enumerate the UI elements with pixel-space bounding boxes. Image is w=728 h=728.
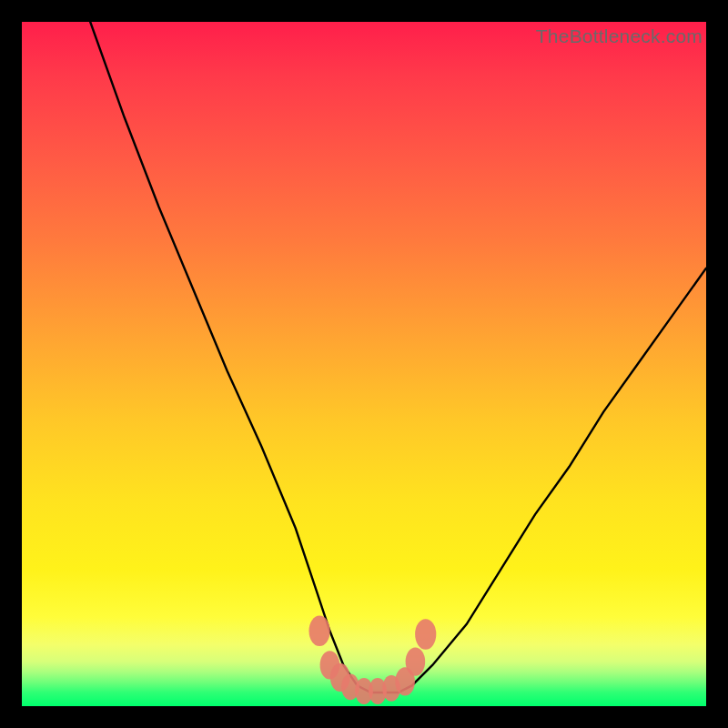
chart-frame: TheBottleneck.com (0, 0, 728, 728)
plot-area (22, 22, 706, 706)
watermark-text: TheBottleneck.com (536, 25, 703, 47)
